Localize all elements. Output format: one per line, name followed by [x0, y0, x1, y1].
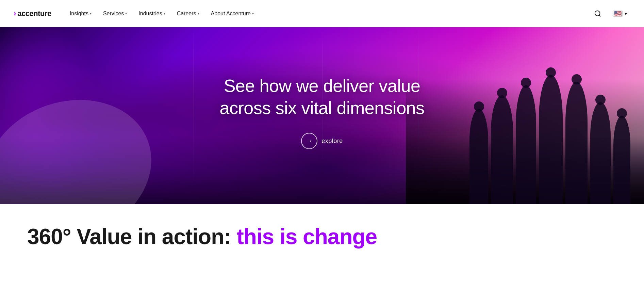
nav-item-insights[interactable]: Insights ▾ [65, 8, 96, 19]
search-icon [594, 10, 601, 17]
value-heading-purple: this is change [231, 224, 377, 249]
arrow-right-icon: → [306, 138, 313, 145]
hero-content: See how we deliver value across six vita… [203, 75, 441, 149]
nav-label-about: About Accenture [211, 11, 251, 17]
chevron-down-icon: ▾ [125, 12, 127, 15]
header-left: › accenture Insights ▾ Services ▾ Indust… [14, 8, 259, 19]
value-heading-dark: 360° Value in action: [27, 224, 231, 249]
main-nav: Insights ▾ Services ▾ Industries ▾ Caree… [65, 8, 259, 19]
hero-title-line1: See how we deliver value [224, 76, 420, 96]
bottom-section: 360° Value in action: this is change [0, 204, 644, 262]
nav-item-careers[interactable]: Careers ▾ [172, 8, 204, 19]
logo-text: accenture [17, 9, 51, 18]
nav-label-industries: Industries [138, 11, 162, 17]
svg-point-0 [595, 11, 600, 16]
locale-selector[interactable]: 🇺🇸 ▾ [610, 9, 630, 19]
silhouette-person-4 [539, 75, 563, 204]
nav-label-insights: Insights [70, 11, 88, 17]
silhouette-person-3 [516, 85, 536, 204]
hero-title-line2: across six vital dimensions [219, 98, 424, 118]
nav-item-about[interactable]: About Accenture ▾ [206, 8, 259, 19]
hero-section: See how we deliver value across six vita… [0, 27, 644, 204]
hero-curve-decoration [0, 102, 153, 204]
svg-line-1 [599, 15, 600, 16]
explore-circle-icon: → [301, 133, 317, 149]
silhouette-group [469, 75, 630, 204]
silhouette-person-1 [469, 109, 488, 204]
silhouette-person-2 [491, 95, 513, 204]
site-header: › accenture Insights ▾ Services ▾ Indust… [0, 0, 644, 27]
silhouette-person-5 [565, 82, 588, 204]
hero-title: See how we deliver value across six vita… [203, 75, 441, 119]
nav-label-services: Services [103, 11, 124, 17]
silhouette-person-6 [590, 102, 611, 204]
chevron-down-icon: ▾ [252, 12, 254, 15]
header-right: 🇺🇸 ▾ [591, 7, 630, 20]
logo-chevron-icon: › [14, 10, 16, 17]
flag-icon: 🇺🇸 [613, 11, 623, 17]
chevron-down-icon: ▾ [164, 12, 165, 15]
nav-item-industries[interactable]: Industries ▾ [134, 8, 170, 19]
search-button[interactable] [591, 7, 604, 20]
value-heading: 360° Value in action: this is change [27, 225, 617, 249]
nav-label-careers: Careers [177, 11, 196, 17]
silhouette-person-7 [613, 116, 630, 204]
explore-label: explore [321, 138, 343, 145]
chevron-down-icon: ▾ [198, 12, 199, 15]
silhouettes-area [406, 48, 644, 204]
chevron-down-icon: ▾ [90, 12, 92, 15]
locale-chevron-icon: ▾ [625, 11, 627, 16]
logo[interactable]: › accenture [14, 9, 51, 18]
nav-item-services[interactable]: Services ▾ [98, 8, 132, 19]
explore-button[interactable]: → explore [301, 133, 343, 149]
